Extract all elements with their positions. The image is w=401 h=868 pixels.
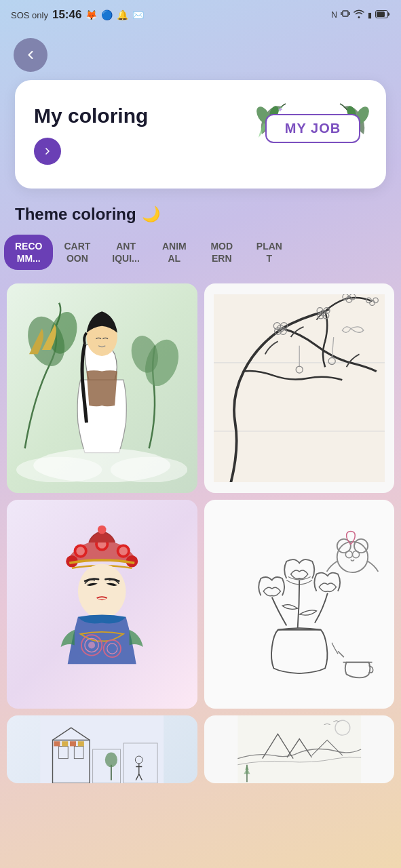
svg-rect-67 [70, 742, 76, 747]
svg-point-47 [119, 547, 128, 556]
svg-point-49 [78, 564, 126, 619]
tab-animal[interactable]: ANIM AL [151, 235, 198, 270]
tab-cartoon[interactable]: CART OON [53, 235, 101, 270]
battery-low-icon: ▮ [368, 11, 372, 20]
hero-arrow-button[interactable] [34, 138, 61, 165]
my-job-label: MY JOB [285, 121, 341, 136]
app-icon-3: 🔔 [117, 9, 128, 20]
svg-point-52 [88, 642, 95, 649]
partial1-svg [7, 715, 197, 783]
svg-rect-68 [78, 742, 84, 747]
status-left: SOS only 15:46 🦊 🔵 🔔 ✉️ [11, 8, 144, 22]
back-button[interactable] [14, 38, 47, 72]
branches-svg [214, 294, 385, 483]
artwork-partial-2[interactable] [204, 715, 395, 783]
partial2-svg [204, 715, 395, 783]
tabs-container: RECO MM... CART OON ANT IQUI... ANIM AL … [0, 235, 401, 270]
warrior-svg [16, 294, 187, 483]
status-time: 15:46 [52, 8, 81, 22]
star-decoration-1: ✦ [278, 106, 283, 113]
artwork-warrior[interactable] [7, 283, 197, 493]
svg-rect-73 [237, 715, 361, 783]
sos-label: SOS only [11, 10, 48, 20]
moon-icon: 🌙 [142, 205, 160, 223]
tab-modern[interactable]: MOD ERN [198, 235, 246, 270]
tab-antique[interactable]: ANT IQUI... [101, 235, 150, 270]
flowers-svg [214, 510, 385, 698]
nfc-icon: N [331, 10, 337, 20]
wifi-icon [354, 9, 364, 21]
svg-point-45 [76, 547, 85, 556]
my-job-badge: ✦ ✦ MY JOB [259, 100, 367, 168]
svg-point-16 [111, 457, 188, 483]
svg-rect-4 [377, 12, 385, 17]
app-icon-2: 🔵 [101, 9, 113, 20]
status-bar: SOS only 15:46 🦊 🔵 🔔 ✉️ N ▮ [0, 0, 401, 30]
theme-section-title: Theme coloring 🌙 [0, 205, 401, 235]
tab-recomm[interactable]: RECO MM... [4, 235, 53, 270]
svg-rect-65 [54, 742, 60, 747]
vibrate-icon [341, 9, 350, 21]
svg-rect-0 [343, 11, 348, 16]
svg-point-71 [105, 753, 117, 768]
image-grid [0, 283, 401, 783]
my-job-badge-box: MY JOB [265, 114, 360, 143]
svg-point-48 [98, 526, 107, 534]
svg-rect-66 [62, 742, 68, 747]
status-icons-right: N ▮ [331, 9, 390, 21]
artwork-opera[interactable] [7, 500, 197, 709]
artwork-partial-1[interactable] [7, 715, 197, 783]
tab-plant[interactable]: PLAN T [246, 235, 293, 270]
hero-text: My coloring [34, 104, 148, 165]
svg-rect-17 [214, 294, 385, 483]
opera-svg [16, 510, 187, 698]
hero-card: My coloring ✦ ✦ MY JOB [15, 80, 386, 189]
app-icon-4: ✉️ [132, 9, 144, 20]
theme-title-text: Theme coloring [15, 205, 136, 224]
artwork-branches[interactable] [204, 283, 395, 493]
artwork-flowers[interactable] [204, 500, 395, 709]
battery-icon [375, 9, 390, 21]
hero-title: My coloring [34, 104, 148, 128]
app-icon-1: 🦊 [85, 9, 97, 20]
svg-point-15 [16, 457, 102, 483]
